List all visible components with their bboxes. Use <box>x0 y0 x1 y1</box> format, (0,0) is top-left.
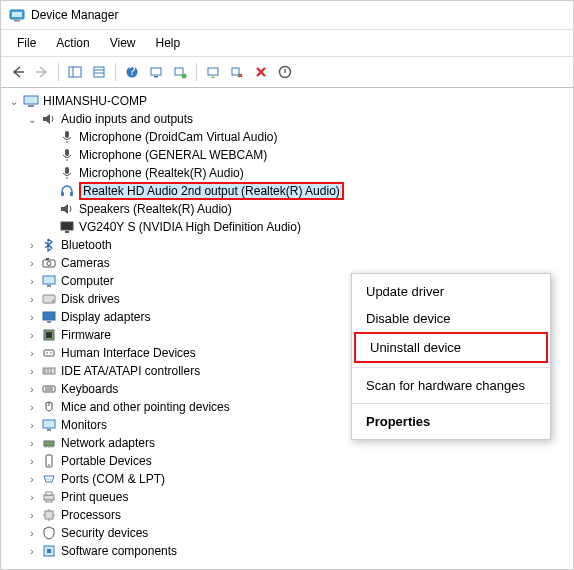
tree-device[interactable]: · Speakers (Realtek(R) Audio) <box>3 200 571 218</box>
tree-category[interactable]: ›Software components <box>3 542 571 560</box>
headphones-icon <box>59 183 75 199</box>
collapse-icon[interactable]: ⌄ <box>7 96 21 107</box>
tree-category[interactable]: ›Portable Devices <box>3 452 571 470</box>
disable-device-button[interactable] <box>226 61 248 83</box>
expand-icon[interactable]: › <box>25 438 39 449</box>
update-driver-button[interactable] <box>202 61 224 83</box>
expand-icon[interactable]: › <box>25 492 39 503</box>
tree-device[interactable]: · Microphone (GENERAL WEBCAM) <box>3 146 571 164</box>
help-button[interactable]: ? <box>121 61 143 83</box>
show-hide-button[interactable] <box>64 61 86 83</box>
category-icon <box>41 273 57 289</box>
uninstall-device-button[interactable] <box>250 61 272 83</box>
context-scan-hardware[interactable]: Scan for hardware changes <box>352 372 550 399</box>
toolbar-separator <box>115 63 116 81</box>
context-properties[interactable]: Properties <box>352 408 550 435</box>
context-separator <box>352 367 550 368</box>
expand-icon[interactable]: › <box>25 528 39 539</box>
titlebar: Device Manager <box>1 1 573 30</box>
device-label: Microphone (DroidCam Virtual Audio) <box>79 130 278 144</box>
properties-button[interactable] <box>88 61 110 83</box>
svg-rect-21 <box>65 167 69 174</box>
expand-icon[interactable]: › <box>25 420 39 431</box>
device-label: VG240Y S (NVIDIA High Definition Audio) <box>79 220 301 234</box>
expand-icon[interactable]: › <box>25 402 39 413</box>
tree-category[interactable]: ›Security devices <box>3 524 571 542</box>
svg-point-39 <box>50 352 52 354</box>
svg-rect-12 <box>175 68 183 75</box>
tree-category[interactable]: ›Ports (COM & LPT) <box>3 470 571 488</box>
svg-rect-11 <box>154 76 158 78</box>
svg-rect-33 <box>43 312 55 320</box>
expand-icon[interactable]: › <box>25 330 39 341</box>
svg-rect-14 <box>208 68 218 75</box>
category-icon <box>41 255 57 271</box>
expand-icon[interactable]: › <box>25 510 39 521</box>
category-label: Ports (COM & LPT) <box>61 472 165 486</box>
expand-icon[interactable]: › <box>25 384 39 395</box>
menu-help[interactable]: Help <box>148 34 189 52</box>
svg-rect-19 <box>65 131 69 138</box>
category-icon <box>41 399 57 415</box>
context-disable-device[interactable]: Disable device <box>352 305 550 332</box>
expand-icon[interactable]: › <box>25 312 39 323</box>
category-label: Monitors <box>61 418 107 432</box>
expand-icon[interactable]: › <box>25 258 39 269</box>
expand-icon[interactable]: › <box>25 366 39 377</box>
expand-icon[interactable]: › <box>25 276 39 287</box>
device-label: Realtek HD Audio 2nd output (Realtek(R) … <box>79 182 344 200</box>
scan-button[interactable] <box>145 61 167 83</box>
category-icon <box>41 381 57 397</box>
svg-rect-23 <box>70 192 73 196</box>
tree-device-selected[interactable]: · Realtek HD Audio 2nd output (Realtek(R… <box>3 182 571 200</box>
device-tree[interactable]: ⌄ HIMANSHU-COMP ⌄ Audio inputs and outpu… <box>1 88 573 566</box>
expand-icon[interactable]: › <box>25 474 39 485</box>
context-uninstall-device[interactable]: Uninstall device <box>354 332 548 363</box>
svg-rect-10 <box>151 68 161 75</box>
toolbar-separator <box>196 63 197 81</box>
context-update-driver[interactable]: Update driver <box>352 278 550 305</box>
menu-view[interactable]: View <box>102 34 144 52</box>
category-icon <box>41 345 57 361</box>
context-menu: Update driver Disable device Uninstall d… <box>351 273 551 440</box>
category-label: Disk drives <box>61 292 120 306</box>
tree-category-audio[interactable]: ⌄ Audio inputs and outputs <box>3 110 571 128</box>
expand-icon[interactable]: › <box>25 294 39 305</box>
menu-file[interactable]: File <box>9 34 44 52</box>
tree-category[interactable]: ›Cameras <box>3 254 571 272</box>
tree-category[interactable]: ›Print queues <box>3 488 571 506</box>
toolbar: ? <box>1 57 573 88</box>
svg-point-58 <box>50 478 51 479</box>
svg-rect-44 <box>43 386 55 392</box>
category-icon <box>41 507 57 523</box>
expand-icon[interactable]: › <box>25 348 39 359</box>
tree-root[interactable]: ⌄ HIMANSHU-COMP <box>3 92 571 110</box>
enable-device-button[interactable] <box>274 61 296 83</box>
collapse-icon[interactable]: ⌄ <box>25 114 39 125</box>
category-icon <box>41 417 57 433</box>
expand-icon[interactable]: › <box>25 240 39 251</box>
forward-button[interactable] <box>31 61 53 83</box>
context-separator <box>352 403 550 404</box>
svg-rect-1 <box>14 20 20 22</box>
tree-device[interactable]: · VG240Y S (NVIDIA High Definition Audio… <box>3 218 571 236</box>
back-button[interactable] <box>7 61 29 83</box>
microphone-icon <box>59 165 75 181</box>
category-icon <box>41 435 57 451</box>
microphone-icon <box>59 129 75 145</box>
svg-point-27 <box>47 262 51 266</box>
tree-device[interactable]: · Microphone (DroidCam Virtual Audio) <box>3 128 571 146</box>
expand-icon[interactable]: › <box>25 456 39 467</box>
tree-device[interactable]: · Microphone (Realtek(R) Audio) <box>3 164 571 182</box>
tree-category[interactable]: ›Bluetooth <box>3 236 571 254</box>
tree-category[interactable]: ›Processors <box>3 506 571 524</box>
root-label: HIMANSHU-COMP <box>43 94 147 108</box>
expand-icon[interactable]: › <box>25 546 39 557</box>
category-label: Computer <box>61 274 114 288</box>
svg-rect-20 <box>65 149 69 156</box>
category-icon <box>41 471 57 487</box>
add-legacy-button[interactable] <box>169 61 191 83</box>
menu-action[interactable]: Action <box>48 34 97 52</box>
svg-text:?: ? <box>129 65 136 78</box>
svg-point-32 <box>52 300 54 302</box>
